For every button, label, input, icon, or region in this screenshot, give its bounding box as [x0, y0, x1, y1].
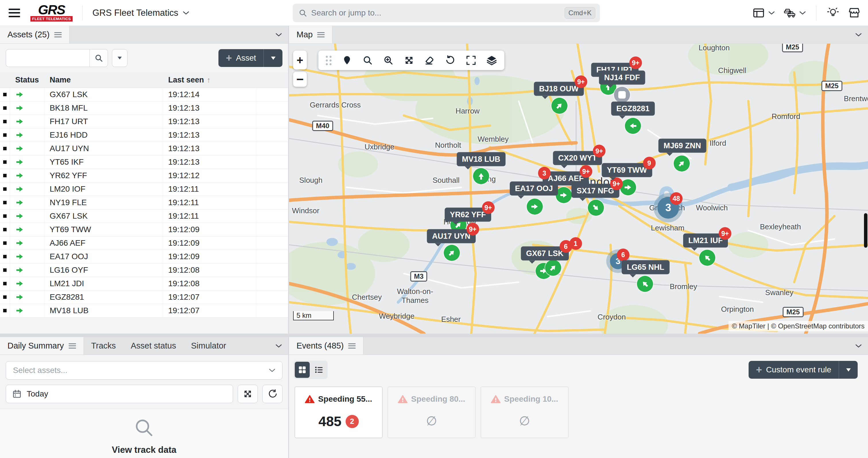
table-row[interactable]: GX67 LSK19:12:11 — [0, 209, 288, 223]
table-row[interactable]: YR62 YFF19:12:12 — [0, 169, 288, 182]
vehicle-map-label[interactable]: NJ14 FDF — [599, 71, 645, 85]
vehicle-map-label[interactable]: MV18 LUB — [457, 152, 505, 166]
map-panel: Map — [289, 26, 868, 334]
locate-pin-icon[interactable] — [342, 55, 352, 65]
select-assets-dropdown[interactable]: Select assets... — [6, 361, 282, 379]
table-row[interactable]: YT65 IKF19:12:13 — [0, 155, 288, 169]
table-row[interactable]: EA17 OOJ19:12:09 — [0, 250, 288, 263]
list-view-button[interactable] — [311, 362, 327, 378]
custom-event-rule-dropdown[interactable] — [839, 361, 858, 379]
vehicle-map-label[interactable]: GX67 LSK61 — [521, 247, 569, 261]
vehicle-heading-marker[interactable] — [625, 118, 641, 134]
expand-button[interactable] — [238, 385, 258, 403]
vehicle-map-label[interactable]: MJ69 ZNN — [658, 139, 706, 153]
tab-simulator[interactable]: Simulator — [184, 337, 234, 354]
column-status[interactable]: Status — [10, 76, 44, 84]
vehicle-map-label[interactable]: YT69 TWW9 — [601, 163, 652, 177]
page-scrollbar[interactable] — [864, 213, 867, 248]
refresh-button[interactable] — [262, 385, 282, 403]
marketplace-button[interactable] — [848, 7, 861, 19]
traffic-menu-button[interactable] — [783, 7, 806, 19]
vehicle-heading-marker[interactable] — [551, 98, 567, 114]
assets-search-button[interactable] — [90, 49, 108, 67]
assets-filter-dropdown[interactable] — [112, 49, 127, 67]
table-row[interactable]: FH17 URT19:12:13 — [0, 115, 288, 128]
eraser-icon[interactable] — [425, 55, 435, 65]
tab-menu-icon[interactable] — [348, 343, 355, 348]
fullscreen-icon[interactable] — [466, 55, 476, 65]
vehicle-heading-marker[interactable] — [637, 276, 653, 292]
tab-events[interactable]: Events (485) — [289, 337, 363, 354]
assets-collapse-button[interactable] — [276, 26, 282, 44]
table-row[interactable]: LG16 OYF19:12:08 — [0, 263, 288, 277]
events-collapse-button[interactable] — [856, 337, 862, 355]
table-row[interactable]: YT69 TWW19:12:09 — [0, 223, 288, 236]
zoom-search-icon[interactable] — [383, 55, 394, 65]
tab-tracks[interactable]: Tracks — [84, 337, 123, 354]
event-rule-card[interactable]: Speeding 55...4852 — [294, 387, 383, 438]
vehicle-heading-marker[interactable] — [556, 187, 572, 203]
vehicle-heading-marker[interactable] — [588, 200, 604, 216]
map-cluster[interactable]: 348 — [657, 197, 679, 219]
table-row[interactable]: GX67 LSK19:12:14 — [0, 88, 288, 102]
date-range-input[interactable]: Today — [6, 385, 233, 403]
global-search-input[interactable]: Search or jump to... Cmd+K — [293, 4, 600, 22]
table-row[interactable]: EJ16 HDD19:12:13 — [0, 128, 288, 142]
tab-assets[interactable]: Assets (25) — [0, 26, 69, 44]
vehicle-map-label[interactable]: SX17 NFG9+ — [571, 184, 619, 198]
vehicle-map-label[interactable]: AU17 UYN9+ — [427, 229, 476, 244]
table-row[interactable]: AJ66 AEF19:12:09 — [0, 236, 288, 250]
event-rule-card[interactable]: Speeding 10...∅ — [480, 387, 569, 438]
map-canvas[interactable]: LoughtonChigwellBrentwoodRomfordIlfordGe… — [289, 44, 868, 334]
vehicle-map-label[interactable]: LM21 IUF9+ — [683, 234, 728, 248]
whats-new-button[interactable] — [827, 7, 839, 19]
tracks-collapse-button[interactable] — [276, 337, 282, 355]
search-icon[interactable] — [363, 55, 373, 65]
move-arrows-icon[interactable] — [404, 55, 414, 65]
workspace-switcher[interactable]: GRS Fleet Telematics — [92, 8, 189, 18]
table-row[interactable]: LM20 IOF19:12:11 — [0, 182, 288, 196]
tab-menu-icon[interactable] — [54, 32, 62, 37]
add-asset-dropdown[interactable] — [264, 49, 282, 67]
vehicle-heading-marker[interactable] — [545, 260, 561, 276]
table-row[interactable]: MV18 LUB19:12:07 — [0, 304, 288, 317]
vehicle-map-label[interactable]: EA17 OOJ — [510, 181, 558, 196]
status-moving-icon — [10, 263, 44, 277]
table-row[interactable]: LM21 JDI19:12:08 — [0, 277, 288, 290]
vehicle-heading-marker[interactable] — [473, 168, 489, 184]
zoom-out-button[interactable]: − — [293, 72, 307, 87]
vehicle-stopped-marker[interactable] — [614, 87, 630, 103]
tab-asset-status[interactable]: Asset status — [123, 337, 184, 354]
tab-menu-icon[interactable] — [69, 343, 76, 348]
table-row[interactable]: AU17 UYN19:12:13 — [0, 142, 288, 155]
table-row[interactable]: EGZ828119:12:07 — [0, 290, 288, 304]
tab-map[interactable]: Map — [289, 26, 332, 44]
rotate-icon[interactable] — [445, 55, 456, 65]
tab-menu-icon[interactable] — [317, 32, 324, 37]
custom-event-rule-button[interactable]: + Custom event rule — [749, 361, 839, 379]
vehicle-heading-marker[interactable] — [444, 245, 460, 261]
map-collapse-button[interactable] — [856, 26, 862, 44]
vehicle-heading-marker[interactable] — [527, 199, 543, 214]
event-rule-card[interactable]: Speeding 80...∅ — [388, 387, 476, 438]
assets-search-input[interactable] — [6, 49, 90, 67]
menu-button[interactable] — [9, 9, 20, 17]
column-last-seen[interactable]: Last seen↑ — [163, 76, 257, 84]
column-name[interactable]: Name — [44, 76, 163, 84]
add-asset-button[interactable]: + Asset — [218, 49, 264, 67]
layout-menu-button[interactable] — [752, 7, 775, 19]
grid-view-button[interactable] — [295, 362, 310, 378]
tab-daily-summary[interactable]: Daily Summary — [0, 337, 84, 354]
toolbar-drag-handle[interactable] — [326, 56, 332, 65]
vehicle-map-label[interactable]: YR62 YFF9+ — [445, 208, 491, 222]
zoom-in-button[interactable]: + — [293, 51, 307, 69]
table-row[interactable]: NY19 FLE19:12:11 — [0, 196, 288, 209]
table-row[interactable]: BK18 MFL19:12:13 — [0, 102, 288, 115]
vehicle-map-label[interactable]: CX20 WYT9+ — [553, 151, 602, 165]
layers-icon[interactable] — [487, 55, 497, 65]
vehicle-map-label[interactable]: EGZ8281 — [611, 102, 655, 116]
vehicle-map-label[interactable]: BJ18 OUW9+ — [534, 82, 584, 96]
vehicle-map-label[interactable]: LG65 NHL — [622, 260, 670, 275]
vehicle-heading-marker[interactable] — [699, 250, 715, 266]
vehicle-heading-marker[interactable] — [674, 155, 690, 172]
